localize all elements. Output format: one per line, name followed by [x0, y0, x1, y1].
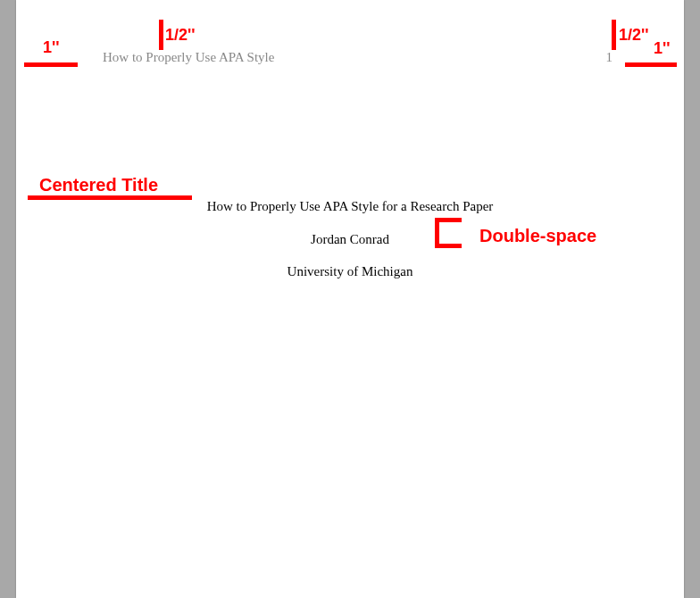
annotation-margin-right-line	[625, 62, 677, 67]
annotation-margin-top-left-line	[159, 20, 163, 50]
annotation-margin-top-right-label: 1/2''	[619, 26, 649, 45]
annotation-centered-title-line	[28, 195, 192, 200]
affiliation: University of Michigan	[16, 264, 684, 279]
paper-title: How to Properly Use APA Style for a Rese…	[16, 199, 684, 214]
annotation-double-space-bracket-top	[435, 218, 462, 222]
annotation-double-space-bracket-bottom	[435, 244, 462, 248]
annotation-double-space-label: Double-space	[479, 226, 596, 246]
annotation-margin-top-left-label: 1/2''	[165, 26, 196, 45]
running-head: How to Properly Use APA Style	[103, 50, 274, 65]
page-number: 1	[606, 50, 613, 65]
annotation-margin-left-label: 1''	[43, 38, 60, 57]
annotation-margin-top-right-line	[612, 20, 616, 50]
annotation-margin-left-line	[24, 62, 78, 67]
document-page: How to Properly Use APA Style 1 How to P…	[16, 0, 684, 598]
annotation-centered-title-label: Centered Title	[39, 175, 158, 195]
annotation-margin-right-label: 1''	[654, 39, 671, 58]
